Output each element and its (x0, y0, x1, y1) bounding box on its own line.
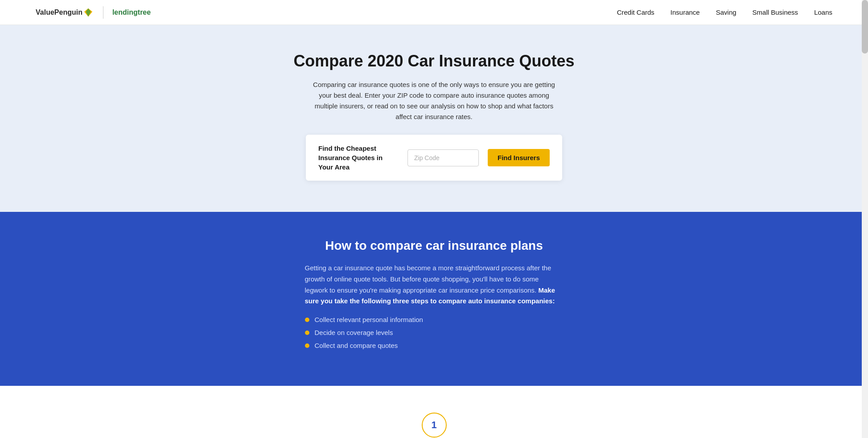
bullet-text-2: Decide on coverage levels (315, 329, 393, 336)
nav-loans[interactable]: Loans (814, 8, 832, 16)
blue-section: How to compare car insurance plans Getti… (0, 212, 868, 386)
logo-area: ValuePenguin lendingtree (36, 6, 151, 19)
scrollbar-thumb[interactable] (862, 0, 868, 54)
step-circle: 1 (422, 413, 447, 438)
logo-diamond-icon (83, 8, 93, 17)
nav-credit-cards[interactable]: Credit Cards (617, 8, 654, 16)
nav-insurance[interactable]: Insurance (671, 8, 700, 16)
zip-code-input[interactable] (407, 149, 479, 166)
quote-box: Find the Cheapest Insurance Quotes in Yo… (306, 135, 562, 181)
bullet-item-2: Decide on coverage levels (305, 329, 564, 336)
logo-vp-text: ValuePenguin (36, 8, 82, 17)
step-number: 1 (431, 419, 436, 431)
main-nav: Credit Cards Insurance Saving Small Busi… (617, 8, 832, 16)
nav-small-business[interactable]: Small Business (753, 8, 798, 16)
hero-section: Compare 2020 Car Insurance Quotes Compar… (0, 25, 868, 212)
logo-lendingtree[interactable]: lendingtree (112, 8, 151, 17)
nav-saving[interactable]: Saving (716, 8, 736, 16)
logo-valuepenguin[interactable]: ValuePenguin (36, 8, 94, 17)
step-section: 1 Collect relevant personal information … (0, 386, 868, 438)
header: ValuePenguin lendingtree Credit Cards In… (0, 0, 868, 25)
blue-desc-part1: Getting a car insurance quote has become… (305, 264, 551, 294)
bullet-dot-1 (305, 318, 309, 322)
bullet-text-3: Collect and compare quotes (315, 342, 398, 349)
blue-section-title: How to compare car insurance plans (9, 239, 859, 253)
scrollbar[interactable] (862, 0, 868, 438)
bullet-dot-3 (305, 343, 309, 348)
bullet-text-1: Collect relevant personal information (315, 316, 423, 323)
logo-divider (103, 6, 103, 19)
hero-title: Compare 2020 Car Insurance Quotes (9, 52, 859, 70)
find-insurers-button[interactable]: Find Insurers (488, 149, 550, 166)
bullet-list: Collect relevant personal information De… (305, 316, 564, 349)
logo-lt-text: lendingtree (112, 8, 151, 16)
bullet-item-3: Collect and compare quotes (305, 342, 564, 349)
blue-section-description: Getting a car insurance quote has become… (305, 263, 564, 307)
svg-marker-1 (86, 8, 91, 16)
bullet-dot-2 (305, 331, 309, 335)
bullet-item-1: Collect relevant personal information (305, 316, 564, 323)
hero-description: Comparing car insurance quotes is one of… (309, 79, 559, 122)
quote-box-label: Find the Cheapest Insurance Quotes in Yo… (318, 144, 399, 172)
